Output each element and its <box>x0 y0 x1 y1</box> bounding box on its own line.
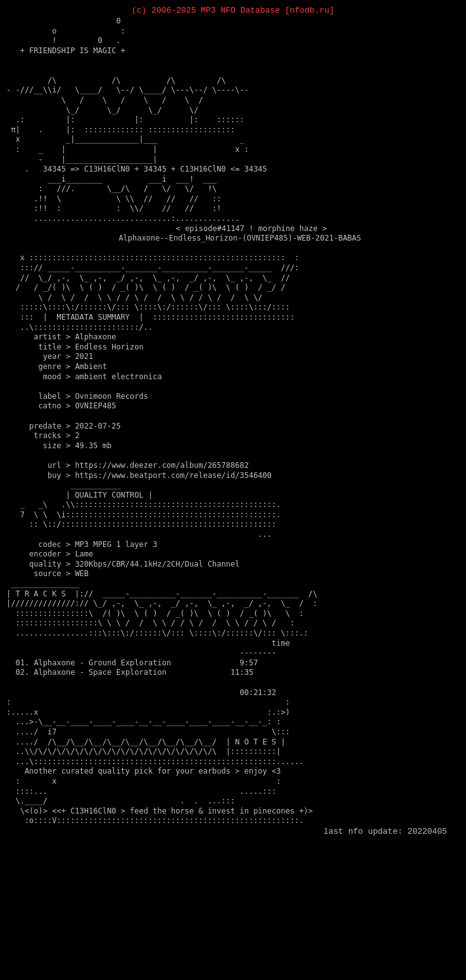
header-credit: (c) 2006-2025 MP3 NFO Database [nfodb.ru… <box>6 5 460 16</box>
metadata-content: artist > Alphaxone title > Endless Horiz… <box>6 332 460 481</box>
release-name: Alphaxone--Endless_Horizon-(OVNIEP485)-W… <box>6 234 460 244</box>
ascii-horses: /\ /\ /\ /\ - -///__\\i/ \____/ \--/ \__… <box>6 76 460 165</box>
tracks-content: time -------- 01. Alphaxone - Ground Exp… <box>6 639 460 698</box>
footer-art: : x : ::::... .....::: \.____/ . . ...::… <box>6 777 460 826</box>
notes-divider: : : :.....x :.:>) ...>-\__-__-____-____-… <box>6 698 460 767</box>
metadata-divider: x ::::::::::::::::::::::::::::::::::::::… <box>6 244 460 332</box>
ascii-art-2: ___i________ ___i ___! ___ : ///. \__/\ … <box>6 175 460 224</box>
tracks-divider: _______________ | T R A C K S |:// _____… <box>6 579 460 639</box>
quality-divider: ___________ | QUALITY CONTROL | _ _\ .\\… <box>6 481 460 540</box>
equation-line: . 34345 => C13H16ClN0 + 34345 + C13H16Cl… <box>6 165 460 175</box>
episode-line: < episode#41147 ! morphine haze > <box>6 224 460 234</box>
ascii-header-art: 0 o : ! 0 . + FRIENDSHIP IS MAGIC + <box>6 16 460 76</box>
notes-content: Another curated quality pick for your ea… <box>6 767 460 777</box>
footer-update: last nfo update: 20220405 <box>6 826 460 838</box>
quality-content: codec > MP3 MPEG 1 layer 3 encoder > Lam… <box>6 540 460 579</box>
page-container: (c) 2006-2025 MP3 NFO Database [nfodb.ru… <box>6 5 460 838</box>
